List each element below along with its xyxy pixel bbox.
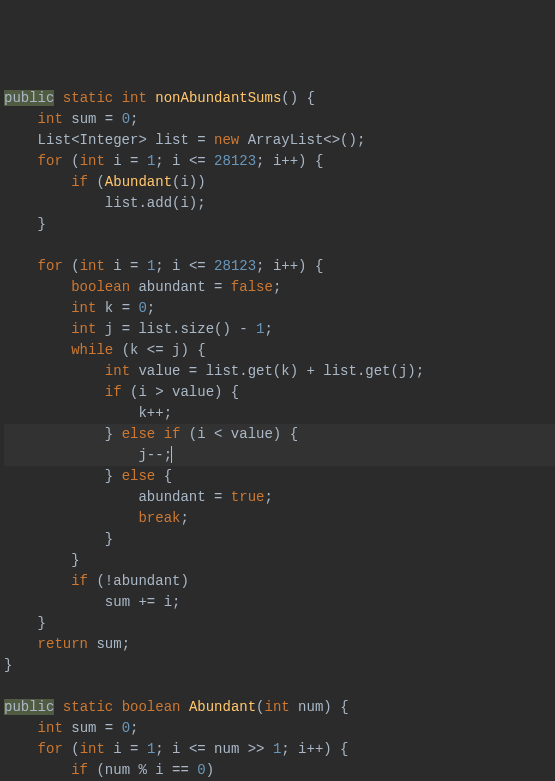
keyword-int: int [265,699,290,715]
keyword-int: int [105,363,130,379]
text: ; i <= [155,258,214,274]
keyword-int: int [71,321,96,337]
punct: ( [63,741,80,757]
text: value = list.get(k) + list.get(j); [130,363,424,379]
keyword-if: if [71,174,88,190]
number: 0 [122,720,130,736]
text: (!abundant) [88,573,189,589]
keyword-for: for [38,741,63,757]
code-editor[interactable]: public static int nonAbundantSums() { in… [4,88,555,781]
text: sum = [63,720,122,736]
text-cursor [171,446,172,463]
keyword-new: new [214,132,239,148]
punct: } [38,615,46,631]
punct: { [155,468,172,484]
punct: } [105,468,122,484]
keyword-false: false [231,279,273,295]
keyword-boolean: boolean [71,279,130,295]
text: ; i++) { [256,153,323,169]
text: i = [105,153,147,169]
keyword-int: int [38,111,63,127]
punct: ( [63,258,80,274]
punct: () { [281,90,315,106]
keyword-int: int [38,720,63,736]
text: ; i <= [155,153,214,169]
number: 28123 [214,153,256,169]
punct: ; [264,321,272,337]
text: sum; [88,636,130,652]
text: sum = [63,111,122,127]
text: num) { [290,699,349,715]
text: (k <= j) { [113,342,205,358]
text: ; i <= num >> [155,741,273,757]
keyword-static: static [63,90,113,106]
punct: ; [264,489,272,505]
keyword-if: if [71,573,88,589]
keyword-int: int [122,90,147,106]
number: 0 [197,762,205,778]
punct: (i)) [172,174,206,190]
punct: } [105,426,122,442]
punct: ; [273,279,281,295]
keyword-else-if: else if [122,426,181,442]
text: ; i++) { [256,258,323,274]
text: k++; [138,405,172,421]
keyword-int: int [80,153,105,169]
text: i = [105,741,147,757]
punct: ; [130,111,138,127]
keyword-int: int [80,258,105,274]
keyword-int: int [71,300,96,316]
punct: } [4,657,12,673]
punct: } [105,531,113,547]
keyword-true: true [231,489,265,505]
keyword-int: int [80,741,105,757]
keyword-while: while [71,342,113,358]
text: abundant = [130,279,231,295]
text: i = [105,258,147,274]
punct: ; [130,720,138,736]
text: abundant = [138,489,230,505]
text: ArrayList<>(); [239,132,365,148]
number: 28123 [214,258,256,274]
text: sum += i; [105,594,181,610]
punct: } [71,552,79,568]
method-call: Abundant [105,174,172,190]
punct: ; [180,510,188,526]
text: list.add(i); [105,195,206,211]
text: ; i++) { [281,741,348,757]
text: List<Integer> list = [38,132,214,148]
number: 0 [122,111,130,127]
keyword-return: return [38,636,88,652]
punct: } [38,216,46,232]
punct: ( [88,174,105,190]
text: k = [96,300,138,316]
keyword-for: for [38,258,63,274]
text: (num % i == [88,762,197,778]
cursor-line: } else if (i < value) { j--; [4,424,555,466]
keyword-if: if [71,762,88,778]
keyword-for: for [38,153,63,169]
method-name: nonAbundantSums [155,90,281,106]
keyword-else: else [122,468,156,484]
punct: ( [256,699,264,715]
method-name: Abundant [189,699,256,715]
punct: ; [147,300,155,316]
keyword-boolean: boolean [122,699,181,715]
punct: ( [63,153,80,169]
text: (i < value) { [180,426,298,442]
keyword-static: static [63,699,113,715]
text: j = list.size() - [96,321,256,337]
keyword-public: public [4,90,54,106]
number: 0 [138,300,146,316]
text: j--; [138,447,172,463]
keyword-break: break [138,510,180,526]
keyword-if: if [105,384,122,400]
text: ) [206,762,214,778]
text: (i > value) { [122,384,240,400]
keyword-public: public [4,699,54,715]
